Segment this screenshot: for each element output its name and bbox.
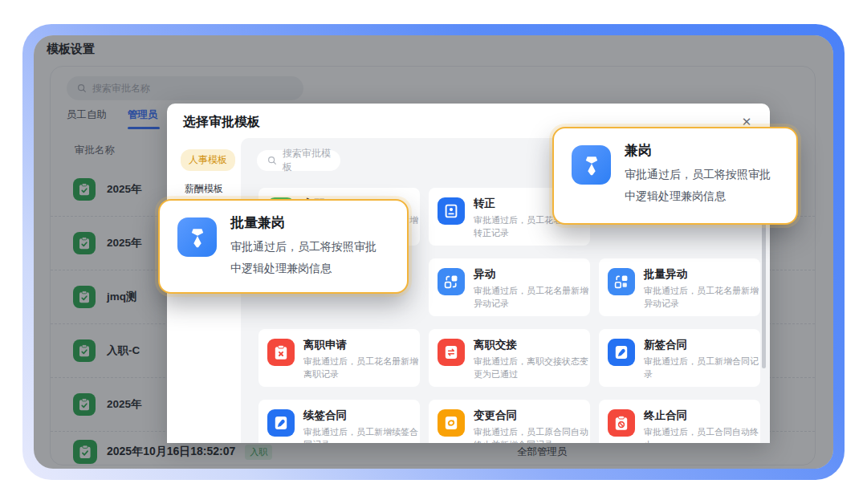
template-settings-page: 模板设置 搜索审批名称 员工自助管理员 审批名称 2025年2025年jmq测入… [34, 35, 833, 469]
doc-pen-icon [267, 409, 295, 437]
template-card-title: 离职交接 [474, 338, 517, 352]
template-card-title: 兼岗 [625, 141, 652, 160]
search-icon [267, 155, 278, 166]
gradient-window-frame: 模板设置 搜索审批名称 员工自助管理员 审批名称 2025年2025年jmq测入… [22, 24, 845, 480]
sidebar-item-salary-templates[interactable]: 薪酬模板 [185, 182, 241, 196]
template-card-desc: 审批通过后，员工合同自动终止 [644, 425, 760, 443]
id-badge-icon [438, 197, 465, 225]
sidebar-item-hr-templates[interactable]: 人事模板 [181, 149, 235, 171]
highlighted-template-card-part-time-post[interactable]: 兼岗审批通过后，员工将按照审批中逻辑处理兼岗信息 [552, 127, 798, 225]
template-card-transfer[interactable]: 异动审批通过后，员工花名册新增异动记录 [429, 258, 590, 316]
template-card-title: 终止合同 [644, 408, 687, 423]
transfer-batch-icon [608, 268, 635, 295]
template-card-title: 续签合同 [303, 408, 347, 423]
template-card-desc: 审批通过后，员工花名册新增异动记录 [644, 284, 760, 310]
template-card-title: 离职申请 [303, 338, 347, 352]
template-card-title: 批量兼岗 [230, 213, 285, 232]
approval-template-search-input[interactable]: 搜索审批模板 [257, 150, 340, 171]
doc-refresh-icon [438, 409, 465, 437]
template-card-desc: 审批通过后，员工新增续签合同记录 [303, 425, 420, 443]
template-card-title: 新签合同 [644, 338, 687, 352]
modal-title: 选择审批模板 [183, 114, 260, 131]
template-card-desc: 审批通过后，员工将按照审批中逻辑处理兼岗信息 [230, 236, 381, 279]
template-card-new-contract[interactable]: 新签合同审批通过后，员工新增合同记录 [599, 329, 760, 387]
template-card-resignation-handover[interactable]: 离职交接审批通过后，离职交接状态变更为已通过 [429, 329, 590, 387]
template-card-title: 变更合同 [474, 408, 517, 423]
template-card-desc: 审批通过后，员工新增合同记录 [644, 355, 760, 380]
clipboard-cross-icon [267, 339, 295, 366]
template-card-renew-contract[interactable]: 续签合同审批通过后，员工新增续签合同记录 [258, 400, 420, 443]
template-card-desc: 审批通过后，员工将按照审批中逻辑处理兼岗信息 [625, 164, 775, 207]
template-card-title: 异动 [474, 267, 495, 282]
doc-swap-icon [438, 339, 465, 366]
template-card-desc: 审批通过后，员工花名册新增离职记录 [303, 355, 420, 380]
template-card-title: 转正 [474, 197, 495, 211]
template-card-desc: 审批通过后，员工原合同自动终止并新增合同记录 [474, 425, 590, 443]
highlighted-template-card-batch-part-time-post[interactable]: 批量兼岗审批通过后，员工将按照审批中逻辑处理兼岗信息 [158, 199, 409, 294]
tie-icon [572, 145, 611, 185]
clipboard-stop-icon [608, 409, 635, 437]
search-placeholder: 搜索审批模板 [283, 147, 331, 174]
template-card-desc: 审批通过后，员工花名册新增异动记录 [474, 284, 590, 310]
template-card-resignation-apply[interactable]: 离职申请审批通过后，员工花名册新增离职记录 [258, 329, 420, 387]
screenshot-stage: 模板设置 搜索审批名称 员工自助管理员 审批名称 2025年2025年jmq测入… [0, 0, 867, 504]
doc-pen-icon [608, 339, 635, 366]
transfer-icon [438, 268, 465, 295]
template-card-batch-transfer[interactable]: 批量异动审批通过后，员工花名册新增异动记录 [599, 258, 760, 316]
template-card-desc: 审批通过后，离职交接状态变更为已通过 [474, 355, 590, 380]
template-card-title: 批量异动 [644, 267, 687, 282]
modal-sidebar: 人事模板薪酬模板 [167, 138, 241, 196]
template-card-change-contract[interactable]: 变更合同审批通过后，员工原合同自动终止并新增合同记录 [429, 400, 590, 443]
tie-icon [177, 217, 217, 257]
template-card-terminate-contract[interactable]: 终止合同审批通过后，员工合同自动终止 [599, 400, 760, 443]
